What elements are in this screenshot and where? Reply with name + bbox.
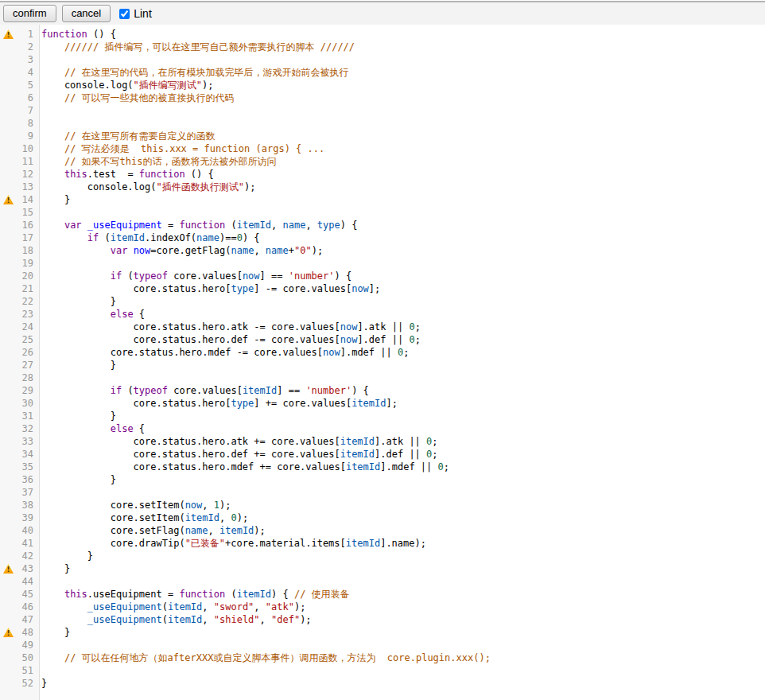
code-line[interactable]: 34 core.status.hero.def += core.values[i… [0, 448, 765, 461]
code-token: 0 [409, 334, 414, 345]
line-number: 17 [15, 231, 37, 244]
code-line[interactable]: 22 } [0, 295, 765, 308]
code-line[interactable]: 16 var _useEquipment = function (itemId,… [0, 219, 765, 231]
code-line-text: core.status.hero.mdef -= core.values[now… [37, 346, 409, 359]
code-token: core.status.hero[ [41, 283, 231, 294]
code-token: ); [294, 601, 305, 612]
code-line-text: _useEquipment(itemId, "shield", "def"); [37, 613, 312, 626]
code-line[interactable]: 39 core.setItem(itemId, 0); [0, 511, 765, 524]
code-line[interactable]: 32 else { [0, 422, 765, 435]
code-token: core.values[ [168, 270, 243, 282]
code-line[interactable]: 44 [0, 575, 765, 588]
code-line[interactable]: 36 } [0, 473, 765, 486]
code-line[interactable]: 52} [0, 677, 765, 690]
lint-checkbox[interactable] [119, 9, 130, 19]
code-line[interactable]: 45 this.useEquipment = function (itemId)… [0, 588, 765, 601]
code-line[interactable]: 30 core.status.hero[type] += core.values… [0, 397, 765, 410]
code-line[interactable]: 26 core.status.hero.mdef -= core.values[… [0, 346, 765, 359]
code-line[interactable]: 38 core.setItem(now, 1); [0, 499, 765, 511]
code-line[interactable]: 51 [0, 664, 765, 677]
code-token: ( [225, 220, 236, 231]
code-line[interactable]: 42 } [0, 550, 765, 562]
code-editor[interactable]: !1function () {2 ////// 插件编写，可以在这里写自己额外需… [0, 25, 765, 700]
code-line[interactable]: 3 [0, 53, 765, 66]
code-token [127, 245, 133, 256]
code-line[interactable]: 40 core.setFlag(name, itemId); [0, 524, 765, 537]
code-line[interactable]: 11 // 如果不写this的话，函数将无法被外部所访问 [0, 155, 765, 168]
code-line[interactable]: 35 core.status.hero.mdef += core.values[… [0, 461, 765, 473]
code-line[interactable]: 4 // 在这里写的代码，在所有模块加载完毕后，游戏开始前会被执行 [0, 66, 765, 79]
code-line[interactable]: !1function () { [0, 28, 765, 41]
code-line[interactable]: 24 core.status.hero.atk -= core.values[n… [0, 321, 765, 333]
code-line[interactable]: 47 _useEquipment(itemId, "shield", "def"… [0, 613, 765, 626]
gutter-marker-cell [0, 257, 15, 270]
code-line[interactable]: 23 else { [0, 308, 765, 321]
code-line[interactable]: 29 if (typeof core.values[itemId] == 'nu… [0, 384, 765, 397]
gutter-marker-cell [0, 448, 15, 461]
confirm-button[interactable]: confirm [3, 5, 56, 22]
code-token: now [351, 283, 369, 294]
code-line[interactable]: 12 this.test = function () { [0, 168, 765, 181]
code-line[interactable]: 6 // 可以写一些其他的被直接执行的代码 [0, 91, 765, 104]
code-line[interactable]: 49 [0, 639, 765, 651]
code-token: name [283, 220, 306, 231]
code-line-text: core.status.hero.atk -= core.values[now]… [37, 321, 421, 333]
code-token: , [254, 245, 265, 256]
cancel-button[interactable]: cancel [62, 5, 111, 22]
code-line[interactable]: 15 [0, 206, 765, 219]
code-token: core.drawTip( [41, 538, 185, 549]
code-line[interactable]: 21 core.status.hero[type] -= core.values… [0, 282, 765, 295]
code-line[interactable]: 28 [0, 371, 765, 384]
code-line[interactable]: 18 var now=core.getFlag(name, name+"0"); [0, 244, 765, 257]
code-token: now [243, 270, 260, 282]
code-line-text: if (typeof core.values[itemId] == 'numbe… [37, 384, 369, 397]
code-line[interactable]: 20 if (typeof core.values[now] == 'numbe… [0, 270, 765, 282]
code-line[interactable]: 31 } [0, 410, 765, 422]
code-token: name [266, 245, 289, 256]
line-number: 6 [15, 91, 37, 104]
code-line[interactable]: 46 _useEquipment(itemId, "sword", "atk")… [0, 601, 765, 613]
code-token: core.status.hero.mdef += core.values[ [41, 461, 346, 472]
code-line[interactable]: 25 core.status.hero.def -= core.values[n… [0, 333, 765, 346]
code-line-text [37, 575, 41, 588]
code-line[interactable]: !14 } [0, 193, 765, 206]
code-line[interactable]: 33 core.status.hero.atk += core.values[i… [0, 435, 765, 448]
gutter-marker-cell [0, 295, 15, 308]
line-number: 16 [15, 219, 37, 231]
line-number: 50 [15, 651, 37, 664]
gutter-marker-cell [0, 168, 15, 181]
code-line[interactable]: 50 // 可以在任何地方（如afterXXX或自定义脚本事件）调用函数，方法为… [0, 651, 765, 664]
code-line[interactable]: !43 } [0, 562, 765, 575]
code-line[interactable]: 5 console.log("插件编写测试"); [0, 79, 765, 91]
code-token [41, 143, 64, 154]
code-line[interactable]: 7 [0, 104, 765, 117]
code-line[interactable]: 8 [0, 117, 765, 130]
code-line[interactable]: 37 [0, 486, 765, 499]
gutter-marker-cell [0, 575, 15, 588]
code-line[interactable]: 2 ////// 插件编写，可以在这里写自己额外需要执行的脚本 ////// [0, 41, 765, 53]
code-token [41, 220, 64, 231]
code-line[interactable]: 19 [0, 257, 765, 270]
code-lines[interactable]: !1function () {2 ////// 插件编写，可以在这里写自己额外需… [0, 25, 765, 690]
code-line[interactable]: !48 } [0, 626, 765, 639]
code-line-text [37, 257, 41, 270]
code-line[interactable]: 10 // 写法必须是 this.xxx = function (args) {… [0, 142, 765, 155]
code-line[interactable]: 9 // 在这里写所有需要自定义的函数 [0, 130, 765, 142]
lint-label: Lint [134, 7, 152, 20]
code-token: ); [254, 525, 265, 536]
code-token [82, 220, 87, 231]
line-number: 42 [15, 550, 37, 562]
gutter-marker-cell [0, 537, 15, 550]
code-token: itemId [346, 461, 380, 472]
code-line[interactable]: 17 if (itemId.indexOf(name)==0) { [0, 231, 765, 244]
code-line[interactable]: 13 console.log("插件函数执行测试"); [0, 181, 765, 193]
code-token: } [41, 296, 116, 307]
code-line[interactable]: 41 core.drawTip("已装备"+core.material.item… [0, 537, 765, 550]
code-token [41, 385, 111, 396]
code-token: ] == [260, 270, 289, 282]
code-line[interactable]: 27 } [0, 359, 765, 371]
line-number: 2 [15, 41, 37, 53]
code-token: type [231, 283, 254, 294]
code-line-text: core.status.hero.atk += core.values[item… [37, 435, 438, 448]
code-line-text: else { [37, 422, 145, 435]
